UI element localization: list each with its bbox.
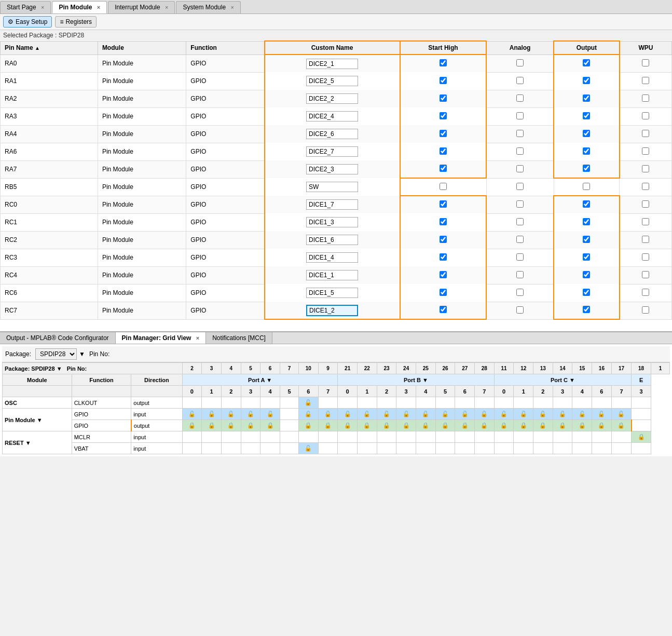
registers-button[interactable]: ≡ Registers bbox=[55, 16, 97, 28]
grid-cell-b3-1-1[interactable]: 🔒 bbox=[396, 420, 416, 431]
grid-cell-a4-1-1[interactable]: 🔒 bbox=[260, 420, 280, 431]
analog-checkbox[interactable] bbox=[516, 236, 524, 243]
close-interrupt-module-icon[interactable]: × bbox=[165, 4, 168, 10]
custom-name-input[interactable] bbox=[306, 235, 358, 245]
col-analog[interactable]: Analog bbox=[486, 41, 554, 55]
wpu-checkbox[interactable] bbox=[642, 94, 649, 102]
start-high-checkbox[interactable] bbox=[440, 306, 447, 313]
wpu-checkbox[interactable] bbox=[642, 271, 649, 278]
grid-cell-a0-1-0[interactable]: 🔓 bbox=[182, 409, 202, 420]
grid-cell-c4-1-1[interactable]: 🔒 bbox=[572, 420, 592, 431]
start-high-checkbox[interactable] bbox=[440, 218, 447, 225]
start-high-checkbox[interactable] bbox=[440, 236, 447, 243]
close-system-module-icon[interactable]: × bbox=[230, 4, 234, 10]
output-checkbox[interactable] bbox=[583, 147, 590, 155]
custom-name-input[interactable] bbox=[306, 199, 358, 210]
custom-name-input[interactable] bbox=[306, 217, 358, 227]
output-checkbox[interactable] bbox=[583, 112, 590, 119]
wpu-checkbox[interactable] bbox=[642, 218, 649, 225]
start-high-checkbox[interactable] bbox=[440, 253, 447, 261]
custom-name-input[interactable] bbox=[306, 146, 358, 157]
grid-cell-c1-1-1[interactable]: 🔒 bbox=[514, 420, 533, 431]
grid-cell-a7-1-0[interactable]: 🔓 bbox=[318, 409, 338, 420]
col-start-high[interactable]: Start High bbox=[400, 41, 487, 55]
col-output[interactable]: Output bbox=[554, 41, 620, 55]
grid-cell-b0-1-0[interactable]: 🔓 bbox=[338, 409, 358, 420]
grid-cell-a7-1-1[interactable]: 🔒 bbox=[318, 420, 338, 431]
grid-cell-c1-1-0[interactable]: 🔓 bbox=[514, 409, 533, 420]
analog-checkbox[interactable] bbox=[516, 200, 524, 208]
grid-cell-c5-1-0[interactable]: 🔓 bbox=[592, 409, 612, 420]
grid-cell-a0-1-1[interactable]: 🔒 bbox=[182, 420, 202, 431]
grid-cell-c5-1-1[interactable]: 🔒 bbox=[592, 420, 612, 431]
custom-name-input[interactable] bbox=[306, 252, 358, 263]
close-grid-view-icon[interactable]: × bbox=[196, 335, 199, 341]
col-function[interactable]: Function bbox=[186, 41, 265, 55]
wpu-checkbox[interactable] bbox=[642, 236, 649, 243]
analog-checkbox[interactable] bbox=[516, 94, 524, 102]
output-checkbox[interactable] bbox=[583, 236, 590, 243]
analog-checkbox[interactable] bbox=[516, 253, 524, 261]
output-checkbox[interactable] bbox=[583, 94, 590, 102]
grid-cell-b3-1-0[interactable]: 🔓 bbox=[396, 409, 416, 420]
bottom-tab-grid-view[interactable]: Pin Manager: Grid View × bbox=[116, 332, 207, 344]
tab-pin-module[interactable]: Pin Module × bbox=[52, 1, 107, 13]
tab-system-module[interactable]: System Module × bbox=[176, 1, 240, 13]
start-high-checkbox[interactable] bbox=[440, 147, 447, 155]
custom-name-input[interactable] bbox=[306, 93, 358, 104]
grid-cell-a6-1-0[interactable]: 🔓 bbox=[298, 409, 318, 420]
start-high-checkbox[interactable] bbox=[440, 130, 447, 137]
close-pin-module-icon[interactable]: × bbox=[97, 4, 100, 10]
grid-cell-a4-1-0[interactable]: 🔓 bbox=[260, 409, 280, 420]
custom-name-input[interactable] bbox=[306, 111, 358, 121]
package-dropdown[interactable]: SPDIP28 bbox=[35, 348, 77, 360]
col-pin-name[interactable]: Pin Name ▲ bbox=[1, 41, 98, 55]
easy-setup-button[interactable]: ⚙ Easy Setup bbox=[3, 16, 52, 28]
grid-cell-a2-1-0[interactable]: 🔓 bbox=[221, 409, 241, 420]
grid-cell-c0-1-0[interactable]: 🔓 bbox=[494, 409, 514, 420]
wpu-checkbox[interactable] bbox=[642, 77, 649, 84]
wpu-checkbox[interactable] bbox=[642, 130, 649, 137]
grid-cell-c2-1-0[interactable]: 🔓 bbox=[533, 409, 553, 420]
wpu-checkbox[interactable] bbox=[642, 289, 649, 296]
grid-cell-c3-1-0[interactable]: 🔓 bbox=[553, 409, 572, 420]
output-checkbox[interactable] bbox=[583, 77, 590, 84]
col-module[interactable]: Module bbox=[98, 41, 186, 55]
bottom-tab-notifications[interactable]: Notifications [MCC] bbox=[206, 332, 272, 344]
output-checkbox[interactable] bbox=[583, 59, 590, 66]
wpu-checkbox[interactable] bbox=[642, 200, 649, 208]
grid-cell-a6-1-1[interactable]: 🔒 bbox=[298, 420, 318, 431]
wpu-checkbox[interactable] bbox=[642, 165, 649, 172]
analog-checkbox[interactable] bbox=[516, 130, 524, 137]
analog-checkbox[interactable] bbox=[516, 59, 524, 66]
bottom-tab-output[interactable]: Output - MPLAB® Code Configurator bbox=[0, 332, 116, 344]
custom-name-input[interactable] bbox=[306, 182, 358, 192]
analog-checkbox[interactable] bbox=[516, 306, 524, 314]
tab-start-page[interactable]: Start Page × bbox=[0, 1, 51, 13]
col-wpu[interactable]: WPU bbox=[620, 41, 672, 55]
package-selector[interactable]: SPDIP28 ▼ bbox=[35, 348, 85, 360]
output-checkbox[interactable] bbox=[583, 306, 590, 313]
tab-interrupt-module[interactable]: Interrupt Module × bbox=[108, 1, 175, 13]
grid-cell-b5-1-1[interactable]: 🔒 bbox=[435, 420, 455, 431]
analog-checkbox[interactable] bbox=[516, 147, 524, 155]
grid-cell-b5-1-0[interactable]: 🔓 bbox=[435, 409, 455, 420]
grid-cell-b7-1-0[interactable]: 🔓 bbox=[475, 409, 495, 420]
analog-checkbox[interactable] bbox=[516, 165, 524, 172]
grid-cell-c2-1-1[interactable]: 🔒 bbox=[533, 420, 553, 431]
output-checkbox[interactable] bbox=[583, 200, 590, 208]
wpu-checkbox[interactable] bbox=[642, 59, 649, 66]
output-checkbox[interactable] bbox=[583, 165, 590, 172]
grid-cell-c6-1-0[interactable]: 🔓 bbox=[611, 409, 631, 420]
start-high-checkbox[interactable] bbox=[440, 94, 447, 102]
grid-cell-b7-1-1[interactable]: 🔒 bbox=[475, 420, 495, 431]
analog-checkbox[interactable] bbox=[516, 112, 524, 119]
custom-name-input[interactable] bbox=[306, 129, 358, 139]
grid-cell-b2-1-1[interactable]: 🔒 bbox=[377, 420, 396, 431]
wpu-checkbox[interactable] bbox=[642, 112, 649, 119]
grid-cell-b6-1-1[interactable]: 🔒 bbox=[455, 420, 475, 431]
grid-cell-a1-1-0[interactable]: 🔓 bbox=[202, 409, 222, 420]
grid-cell-b1-1-1[interactable]: 🔒 bbox=[358, 420, 377, 431]
grid-cell-b4-1-0[interactable]: 🔓 bbox=[416, 409, 436, 420]
output-checkbox[interactable] bbox=[583, 271, 590, 278]
